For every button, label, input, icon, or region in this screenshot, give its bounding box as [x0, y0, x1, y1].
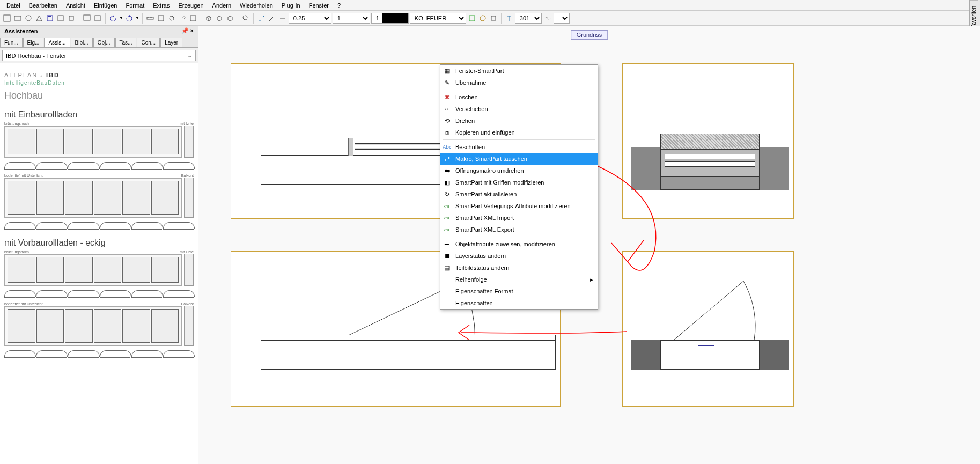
sidebar-content: ALLPLAN - IBD IntelligenteBauDaten Hochb… — [0, 63, 198, 464]
drawing-canvas[interactable]: Grundriss — [198, 26, 980, 464]
swap-icon: ⇄ — [443, 154, 451, 163]
ctx-verschieben[interactable]: ↔Verschieben — [440, 103, 598, 115]
tab-obj[interactable]: Obj... — [93, 38, 115, 47]
ctx-xml-import[interactable]: xmlSmartPart XML Import — [440, 212, 598, 224]
tab-layer[interactable]: Layer — [160, 38, 182, 47]
window-asset[interactable] — [4, 126, 182, 158]
svg-point-14 — [170, 16, 174, 20]
redo-icon[interactable] — [124, 13, 134, 23]
window-asset[interactable] — [184, 126, 194, 158]
zoom-icon[interactable] — [241, 13, 250, 23]
menu-ansicht[interactable]: Ansicht — [62, 1, 90, 10]
wrench-icon[interactable] — [178, 13, 187, 23]
ctx-uebernahme[interactable]: ✎Übernahme — [440, 77, 598, 89]
tab-tas[interactable]: Tas... — [115, 38, 137, 47]
ctx-reihenfolge[interactable]: Reihenfolge▸ — [440, 274, 598, 285]
ctx-smartpart-aktualisieren[interactable]: ↻SmartPart aktualisieren — [440, 188, 598, 200]
ctx-smartpart-verlegung[interactable]: xmlSmartPart Verlegungs-Attribute modifi… — [440, 200, 598, 212]
library-dropdown[interactable]: IBD Hochbau - Fenster⌄ — [2, 50, 196, 61]
tool-icon[interactable] — [93, 13, 102, 23]
svg-point-21 — [480, 16, 485, 21]
menu-aendern[interactable]: Ändern — [208, 1, 235, 10]
tab-con[interactable]: Con... — [137, 38, 160, 47]
ctx-eigenschaften[interactable]: Eigenschaften — [440, 297, 598, 309]
lineweight-select[interactable]: 0.25 — [289, 13, 331, 24]
window-asset[interactable] — [4, 306, 182, 346]
tool-icon[interactable] — [24, 13, 33, 23]
window-asset[interactable] — [184, 306, 194, 346]
ruler-icon[interactable] — [145, 13, 155, 23]
tool-icon[interactable] — [267, 13, 277, 23]
tool-icon[interactable] — [13, 13, 23, 23]
ctx-xml-export[interactable]: xmlSmartPart XML Export — [440, 224, 598, 235]
ctx-drehen[interactable]: ⟲Drehen — [440, 115, 598, 127]
ctx-makro-tauschen[interactable]: ⇄Makro, SmartPart tauschen — [440, 153, 598, 165]
svg-rect-0 — [4, 15, 10, 21]
toolbar: ▼ ▼ 0.25 1 1 KO_FEUER 301 — [0, 11, 980, 26]
cube-icon[interactable] — [215, 13, 224, 23]
tool-save-icon[interactable] — [45, 13, 55, 23]
layer-select[interactable]: KO_FEUER — [410, 13, 466, 24]
ctx-layerstatus[interactable]: ≣Layerstatus ändern — [440, 250, 598, 262]
export-icon: xml — [443, 225, 451, 234]
color-select[interactable]: 1 — [371, 13, 409, 24]
tool-icon[interactable] — [82, 13, 92, 23]
tab-fun[interactable]: Fun... — [0, 38, 23, 47]
menu-format[interactable]: Format — [121, 1, 149, 10]
undo-icon[interactable] — [108, 13, 118, 23]
window-asset[interactable] — [184, 254, 194, 286]
menu-bearbeiten[interactable]: Bearbeiten — [25, 1, 62, 10]
tool-icon[interactable] — [467, 13, 477, 23]
cube-icon[interactable] — [225, 13, 235, 23]
tool-icon[interactable] — [34, 13, 44, 23]
ctx-smartpart-griffen[interactable]: ◧SmartPart mit Griffen modifizieren — [440, 176, 598, 188]
window-asset[interactable] — [184, 178, 194, 218]
tab-assis[interactable]: Assis... — [44, 38, 70, 47]
menu-plugin[interactable]: Plug-In — [277, 1, 305, 10]
menu-wiederholen[interactable]: Wiederholen — [235, 1, 277, 10]
pen-icon[interactable] — [256, 13, 266, 23]
label: bodentief mit Unterlicht — [4, 174, 43, 178]
ctx-objektattribute[interactable]: ☰Objektattribute zuweisen, modifizieren — [440, 238, 598, 250]
tab-eig[interactable]: Eig... — [23, 38, 44, 47]
ctx-beschriften[interactable]: AbcBeschriften — [440, 141, 598, 153]
tool-icon[interactable] — [478, 13, 488, 23]
menu-help[interactable]: ? — [333, 1, 345, 10]
pin-icon[interactable]: 📌 × — [181, 27, 194, 34]
tool-icon[interactable] — [156, 13, 166, 23]
svg-rect-8 — [95, 16, 100, 21]
tool-icon[interactable] — [56, 13, 65, 23]
menu-einfuegen[interactable]: Einfügen — [90, 1, 121, 10]
menu-erzeugen[interactable]: Erzeugen — [174, 1, 208, 10]
window-asset[interactable] — [4, 178, 182, 218]
linetype-select[interactable]: 1 — [333, 13, 370, 24]
ctx-oeffnungsmakro[interactable]: ⇋Öffnungsmakro umdrehen — [440, 165, 598, 176]
ctx-loeschen[interactable]: ✖Löschen — [440, 91, 598, 103]
tool-icon[interactable] — [188, 13, 198, 23]
ctx-teilbildstatus[interactable]: ▤Teilbildstatus ändern — [440, 262, 598, 274]
window-asset[interactable] — [4, 254, 182, 286]
ctx-fenster-smartpart[interactable]: ▦Fenster-SmartPart — [440, 65, 598, 77]
view-label: Grundriss — [571, 30, 608, 40]
chevron-down-icon: ⌄ — [187, 52, 192, 59]
menu-fenster[interactable]: Fenster — [305, 1, 333, 10]
drawing-viewport[interactable] — [622, 251, 794, 407]
tool-icon[interactable] — [489, 13, 498, 23]
cube-icon[interactable] — [204, 13, 213, 23]
tab-bibl[interactable]: Bibl... — [71, 38, 93, 47]
tool-icon[interactable] — [2, 13, 12, 23]
tool-icon[interactable] — [543, 13, 552, 23]
value-select[interactable]: 301 — [515, 13, 542, 24]
category-label: Hochbau — [4, 90, 194, 101]
menu-datei[interactable]: Datei — [2, 1, 25, 10]
menu-extras[interactable]: Extras — [149, 1, 174, 10]
drawing-viewport[interactable] — [622, 63, 794, 219]
import-icon: xml — [443, 213, 451, 222]
tool-icon[interactable] — [167, 13, 176, 23]
tool-icon[interactable] — [504, 13, 514, 23]
ctx-kopieren[interactable]: ⧉Kopieren und einfügen — [440, 127, 598, 138]
dropdown[interactable] — [554, 13, 570, 24]
tool-icon[interactable] — [278, 13, 288, 23]
tool-icon[interactable] — [67, 13, 76, 23]
ctx-eigenschaften-format[interactable]: Eigenschaften Format — [440, 285, 598, 297]
